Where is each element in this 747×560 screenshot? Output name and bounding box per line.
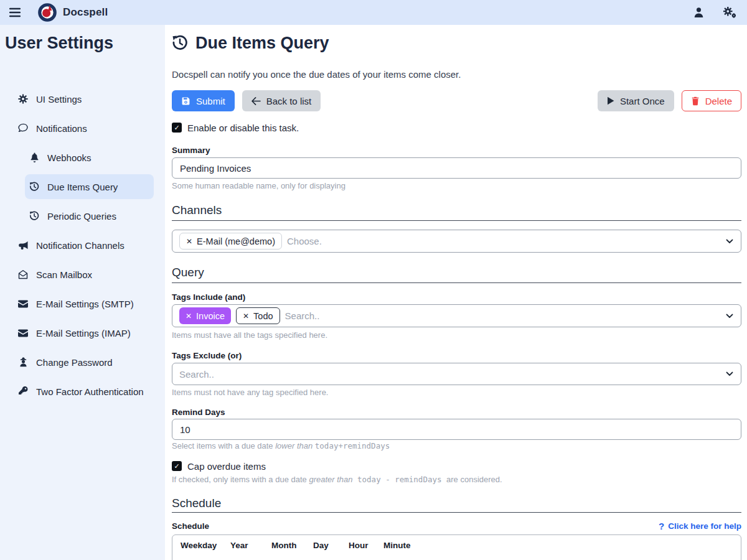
- remind-days-label: Remind Days: [172, 408, 741, 417]
- start-once-label: Start Once: [620, 96, 665, 106]
- channel-chip[interactable]: ✕ E-Mail (me@demo): [179, 233, 282, 250]
- channels-select[interactable]: ✕ E-Mail (me@demo) Choose.: [172, 230, 741, 253]
- arrow-left-icon: [251, 97, 261, 105]
- sidebar-item-scan-mailbox[interactable]: Scan Mailbox: [14, 262, 154, 287]
- page-title: Due Items Query: [195, 34, 329, 53]
- sidebar-item-label: Notification Channels: [36, 240, 125, 251]
- chevron-down-icon: [726, 239, 733, 244]
- tags-exclude-hint: Items must not have any tag specified he…: [172, 388, 741, 397]
- play-icon: [607, 96, 614, 105]
- remove-chip-icon[interactable]: ✕: [243, 312, 249, 320]
- tags-exclude-label: Tags Exclude (or): [172, 351, 741, 360]
- schedule-col-weekday: Weekday: [181, 541, 217, 550]
- sidebar-item-notifications[interactable]: Notifications: [14, 116, 154, 141]
- remind-days-input[interactable]: [172, 419, 741, 440]
- sidebar-item-label: Periodic Queries: [47, 211, 116, 222]
- enable-task-label: Enable or disable this task.: [187, 123, 299, 133]
- bell-icon: [29, 152, 40, 162]
- cap-overdue-checkbox[interactable]: ✓ Cap overdue items: [172, 460, 741, 472]
- checkbox-checked-icon[interactable]: ✓: [172, 461, 182, 471]
- sidebar-item-label: Change Password: [36, 357, 113, 368]
- sidebar-item-email-imap[interactable]: E-Mail Settings (IMAP): [14, 320, 154, 345]
- sidebar-item-email-smtp[interactable]: E-Mail Settings (SMTP): [14, 291, 154, 316]
- schedule-col-hour: Hour: [349, 541, 369, 550]
- channels-section-header: Channels: [172, 203, 741, 221]
- gears-settings-icon[interactable]: [721, 4, 738, 21]
- chevron-down-icon: [726, 371, 733, 376]
- summary-label: Summary: [172, 146, 741, 155]
- submit-button[interactable]: Submit: [172, 90, 235, 111]
- tags-exclude-select[interactable]: Search..: [172, 363, 741, 385]
- sidebar-item-label: UI Settings: [36, 94, 82, 105]
- delete-button[interactable]: Delete: [682, 90, 741, 111]
- sidebar-item-webhooks[interactable]: Webhooks: [25, 145, 154, 170]
- remove-chip-icon[interactable]: ✕: [186, 237, 192, 246]
- remind-days-hint: Select items with a due date lower than …: [172, 441, 741, 450]
- docspell-logo-icon: [37, 2, 57, 22]
- envelope-open-icon: [17, 269, 29, 279]
- schedule-help-link[interactable]: ? Click here for help: [659, 521, 741, 531]
- bullhorn-icon: [17, 241, 29, 250]
- tags-exclude-placeholder: Search..: [179, 369, 214, 380]
- tag-chip-todo[interactable]: ✕ Todo: [236, 307, 280, 324]
- start-once-button[interactable]: Start Once: [598, 90, 674, 111]
- sidebar-menu: UI Settings Notifications Webhooks Due I…: [2, 86, 162, 404]
- chevron-down-icon: [726, 314, 733, 319]
- sidebar-item-due-items-query[interactable]: Due Items Query: [25, 174, 154, 199]
- page-description: Docspell can notify you once the due dat…: [172, 68, 741, 81]
- envelope-icon: [17, 329, 29, 337]
- sidebar-item-label: Notifications: [36, 123, 87, 134]
- back-to-list-button[interactable]: Back to list: [242, 90, 321, 111]
- history-icon: [29, 211, 40, 221]
- cap-overdue-hint: If checked, only items with a due date g…: [172, 475, 741, 484]
- save-icon: [181, 96, 190, 106]
- hamburger-menu-icon[interactable]: [6, 4, 24, 21]
- history-icon: [29, 182, 40, 192]
- delete-label: Delete: [705, 96, 732, 106]
- tags-include-label: Tags Include (and): [172, 292, 741, 302]
- main-content: Due Items Query Docspell can notify you …: [165, 25, 747, 560]
- brand-name: Docspell: [63, 6, 108, 19]
- summary-input[interactable]: [172, 157, 741, 179]
- top-navbar: Docspell: [0, 0, 747, 25]
- submit-label: Submit: [196, 96, 225, 106]
- sidebar-item-label: E-Mail Settings (IMAP): [36, 328, 131, 338]
- summary-hint: Some human readable name, only for displ…: [172, 181, 741, 190]
- comment-icon: [17, 123, 29, 133]
- tags-include-placeholder: Search..: [285, 310, 320, 321]
- sidebar-item-change-password[interactable]: Change Password: [14, 350, 154, 375]
- checkbox-checked-icon[interactable]: ✓: [172, 123, 182, 133]
- user-settings-sidebar: User Settings UI Settings Notifications …: [0, 25, 165, 560]
- brand[interactable]: Docspell: [37, 2, 108, 22]
- history-icon: [172, 35, 188, 51]
- sidebar-item-label: Two Factor Authentication: [36, 386, 144, 397]
- enable-task-checkbox[interactable]: ✓ Enable or disable this task.: [172, 122, 741, 133]
- channels-placeholder: Choose.: [287, 236, 322, 246]
- sidebar-item-notification-channels[interactable]: Notification Channels: [14, 233, 154, 258]
- sidebar-item-two-factor[interactable]: Two Factor Authentication: [14, 379, 154, 404]
- toolbar: Submit Back to list Start Once: [172, 90, 741, 111]
- help-link-label: Click here for help: [668, 521, 741, 531]
- schedule-col-month: Month: [271, 541, 296, 550]
- query-section-header: Query: [172, 266, 741, 283]
- schedule-section-header: Schedule: [172, 497, 741, 513]
- schedule-editor: Weekday Year Month Day Hour Minute * - *…: [172, 534, 741, 560]
- remove-chip-icon[interactable]: ✕: [186, 312, 192, 320]
- back-to-list-label: Back to list: [266, 96, 312, 106]
- sidebar-item-periodic-queries[interactable]: Periodic Queries: [25, 203, 154, 228]
- schedule-col-minute: Minute: [383, 541, 411, 550]
- gear-icon: [17, 94, 29, 104]
- tag-chip-invoice[interactable]: ✕ Invoice: [179, 307, 231, 324]
- key-icon: [17, 386, 29, 396]
- user-account-icon[interactable]: [690, 4, 707, 21]
- sidebar-title: User Settings: [2, 32, 162, 54]
- trash-icon: [691, 96, 700, 106]
- sidebar-item-ui-settings[interactable]: UI Settings: [14, 86, 154, 111]
- sidebar-item-label: Scan Mailbox: [36, 269, 92, 280]
- sidebar-item-label: Webhooks: [47, 152, 92, 163]
- envelope-icon: [17, 300, 29, 308]
- tag-chip-label: Todo: [253, 311, 273, 321]
- tags-include-select[interactable]: ✕ Invoice ✕ Todo Search..: [172, 304, 741, 327]
- user-secret-icon: [17, 357, 29, 367]
- question-icon: ?: [659, 521, 664, 531]
